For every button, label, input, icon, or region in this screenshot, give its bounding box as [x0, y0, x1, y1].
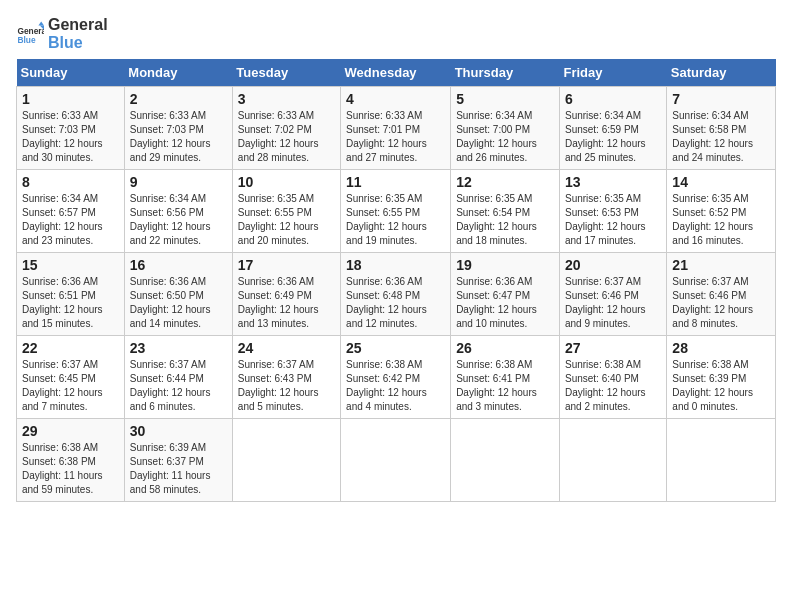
calendar-cell: 23 Sunrise: 6:37 AMSunset: 6:44 PMDaylig…: [124, 336, 232, 419]
day-of-week-header: Sunday: [17, 59, 125, 87]
calendar-cell: 17 Sunrise: 6:36 AMSunset: 6:49 PMDaylig…: [232, 253, 340, 336]
day-of-week-header: Saturday: [667, 59, 776, 87]
calendar-cell: 13 Sunrise: 6:35 AMSunset: 6:53 PMDaylig…: [559, 170, 666, 253]
calendar-week-row: 1 Sunrise: 6:33 AMSunset: 7:03 PMDayligh…: [17, 87, 776, 170]
day-number: 7: [672, 91, 770, 107]
day-info: Sunrise: 6:38 AMSunset: 6:39 PMDaylight:…: [672, 358, 770, 414]
calendar-cell: 21 Sunrise: 6:37 AMSunset: 6:46 PMDaylig…: [667, 253, 776, 336]
day-number: 30: [130, 423, 227, 439]
day-number: 25: [346, 340, 445, 356]
day-of-week-header: Friday: [559, 59, 666, 87]
day-info: Sunrise: 6:33 AMSunset: 7:01 PMDaylight:…: [346, 109, 445, 165]
calendar-table: SundayMondayTuesdayWednesdayThursdayFrid…: [16, 59, 776, 502]
calendar-cell: 20 Sunrise: 6:37 AMSunset: 6:46 PMDaylig…: [559, 253, 666, 336]
day-number: 28: [672, 340, 770, 356]
day-number: 2: [130, 91, 227, 107]
calendar-cell: [667, 419, 776, 502]
calendar-cell: [451, 419, 560, 502]
day-info: Sunrise: 6:39 AMSunset: 6:37 PMDaylight:…: [130, 441, 227, 497]
calendar-cell: 15 Sunrise: 6:36 AMSunset: 6:51 PMDaylig…: [17, 253, 125, 336]
day-info: Sunrise: 6:37 AMSunset: 6:46 PMDaylight:…: [672, 275, 770, 331]
day-number: 20: [565, 257, 661, 273]
logo-icon: General Blue: [16, 20, 44, 48]
calendar-cell: 9 Sunrise: 6:34 AMSunset: 6:56 PMDayligh…: [124, 170, 232, 253]
svg-marker-3: [38, 21, 44, 25]
day-number: 13: [565, 174, 661, 190]
day-number: 21: [672, 257, 770, 273]
calendar-cell: 27 Sunrise: 6:38 AMSunset: 6:40 PMDaylig…: [559, 336, 666, 419]
day-info: Sunrise: 6:35 AMSunset: 6:55 PMDaylight:…: [238, 192, 335, 248]
logo: General Blue General Blue: [16, 16, 108, 51]
day-info: Sunrise: 6:37 AMSunset: 6:43 PMDaylight:…: [238, 358, 335, 414]
day-number: 29: [22, 423, 119, 439]
calendar-cell: 12 Sunrise: 6:35 AMSunset: 6:54 PMDaylig…: [451, 170, 560, 253]
calendar-cell: 6 Sunrise: 6:34 AMSunset: 6:59 PMDayligh…: [559, 87, 666, 170]
calendar-week-row: 15 Sunrise: 6:36 AMSunset: 6:51 PMDaylig…: [17, 253, 776, 336]
calendar-cell: 29 Sunrise: 6:38 AMSunset: 6:38 PMDaylig…: [17, 419, 125, 502]
day-info: Sunrise: 6:35 AMSunset: 6:54 PMDaylight:…: [456, 192, 554, 248]
calendar-cell: 26 Sunrise: 6:38 AMSunset: 6:41 PMDaylig…: [451, 336, 560, 419]
calendar-cell: 22 Sunrise: 6:37 AMSunset: 6:45 PMDaylig…: [17, 336, 125, 419]
page-header: General Blue General Blue: [16, 16, 776, 51]
day-number: 16: [130, 257, 227, 273]
day-number: 18: [346, 257, 445, 273]
day-number: 9: [130, 174, 227, 190]
day-info: Sunrise: 6:36 AMSunset: 6:49 PMDaylight:…: [238, 275, 335, 331]
day-of-week-header: Wednesday: [341, 59, 451, 87]
calendar-cell: 19 Sunrise: 6:36 AMSunset: 6:47 PMDaylig…: [451, 253, 560, 336]
day-info: Sunrise: 6:34 AMSunset: 6:58 PMDaylight:…: [672, 109, 770, 165]
logo-general: General: [48, 16, 108, 34]
day-info: Sunrise: 6:37 AMSunset: 6:45 PMDaylight:…: [22, 358, 119, 414]
day-of-week-header: Tuesday: [232, 59, 340, 87]
logo-blue: Blue: [48, 34, 108, 52]
calendar-cell: 1 Sunrise: 6:33 AMSunset: 7:03 PMDayligh…: [17, 87, 125, 170]
calendar-cell: 25 Sunrise: 6:38 AMSunset: 6:42 PMDaylig…: [341, 336, 451, 419]
calendar-cell: 30 Sunrise: 6:39 AMSunset: 6:37 PMDaylig…: [124, 419, 232, 502]
day-info: Sunrise: 6:33 AMSunset: 7:03 PMDaylight:…: [130, 109, 227, 165]
day-number: 14: [672, 174, 770, 190]
calendar-cell: 4 Sunrise: 6:33 AMSunset: 7:01 PMDayligh…: [341, 87, 451, 170]
calendar-week-row: 8 Sunrise: 6:34 AMSunset: 6:57 PMDayligh…: [17, 170, 776, 253]
day-number: 8: [22, 174, 119, 190]
calendar-cell: 8 Sunrise: 6:34 AMSunset: 6:57 PMDayligh…: [17, 170, 125, 253]
day-number: 17: [238, 257, 335, 273]
calendar-cell: 18 Sunrise: 6:36 AMSunset: 6:48 PMDaylig…: [341, 253, 451, 336]
calendar-cell: 5 Sunrise: 6:34 AMSunset: 7:00 PMDayligh…: [451, 87, 560, 170]
day-info: Sunrise: 6:37 AMSunset: 6:46 PMDaylight:…: [565, 275, 661, 331]
day-of-week-header: Monday: [124, 59, 232, 87]
day-info: Sunrise: 6:36 AMSunset: 6:50 PMDaylight:…: [130, 275, 227, 331]
day-info: Sunrise: 6:37 AMSunset: 6:44 PMDaylight:…: [130, 358, 227, 414]
day-number: 1: [22, 91, 119, 107]
day-number: 26: [456, 340, 554, 356]
day-number: 22: [22, 340, 119, 356]
day-number: 15: [22, 257, 119, 273]
day-number: 10: [238, 174, 335, 190]
day-of-week-header: Thursday: [451, 59, 560, 87]
day-info: Sunrise: 6:38 AMSunset: 6:38 PMDaylight:…: [22, 441, 119, 497]
day-info: Sunrise: 6:38 AMSunset: 6:40 PMDaylight:…: [565, 358, 661, 414]
day-number: 12: [456, 174, 554, 190]
day-info: Sunrise: 6:33 AMSunset: 7:02 PMDaylight:…: [238, 109, 335, 165]
day-info: Sunrise: 6:36 AMSunset: 6:47 PMDaylight:…: [456, 275, 554, 331]
day-number: 24: [238, 340, 335, 356]
day-number: 5: [456, 91, 554, 107]
calendar-cell: 10 Sunrise: 6:35 AMSunset: 6:55 PMDaylig…: [232, 170, 340, 253]
day-info: Sunrise: 6:35 AMSunset: 6:52 PMDaylight:…: [672, 192, 770, 248]
day-info: Sunrise: 6:36 AMSunset: 6:48 PMDaylight:…: [346, 275, 445, 331]
day-info: Sunrise: 6:36 AMSunset: 6:51 PMDaylight:…: [22, 275, 119, 331]
svg-text:Blue: Blue: [17, 35, 35, 45]
day-info: Sunrise: 6:35 AMSunset: 6:53 PMDaylight:…: [565, 192, 661, 248]
calendar-cell: [559, 419, 666, 502]
day-number: 27: [565, 340, 661, 356]
day-info: Sunrise: 6:33 AMSunset: 7:03 PMDaylight:…: [22, 109, 119, 165]
day-info: Sunrise: 6:34 AMSunset: 7:00 PMDaylight:…: [456, 109, 554, 165]
calendar-header-row: SundayMondayTuesdayWednesdayThursdayFrid…: [17, 59, 776, 87]
day-info: Sunrise: 6:34 AMSunset: 6:59 PMDaylight:…: [565, 109, 661, 165]
calendar-body: 1 Sunrise: 6:33 AMSunset: 7:03 PMDayligh…: [17, 87, 776, 502]
calendar-cell: 24 Sunrise: 6:37 AMSunset: 6:43 PMDaylig…: [232, 336, 340, 419]
day-info: Sunrise: 6:34 AMSunset: 6:57 PMDaylight:…: [22, 192, 119, 248]
day-number: 23: [130, 340, 227, 356]
calendar-cell: 28 Sunrise: 6:38 AMSunset: 6:39 PMDaylig…: [667, 336, 776, 419]
calendar-week-row: 22 Sunrise: 6:37 AMSunset: 6:45 PMDaylig…: [17, 336, 776, 419]
day-number: 3: [238, 91, 335, 107]
